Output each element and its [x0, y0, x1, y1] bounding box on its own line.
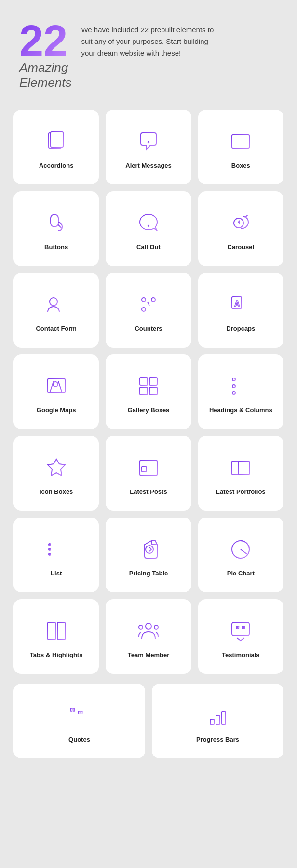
card-tabs-highlights[interactable]: Tabs & Highlights: [14, 599, 99, 674]
svg-rect-33: [140, 378, 148, 385]
card-accordions[interactable]: Accordions: [14, 110, 99, 184]
card-buttons[interactable]: Buttons: [14, 191, 99, 266]
card-progress-bars[interactable]: Progress Bars: [152, 684, 284, 758]
card-boxes[interactable]: Boxes: [198, 110, 284, 184]
gallery-boxes-label: Gallery Boxes: [128, 406, 170, 414]
card-counters[interactable]: Counters: [106, 273, 191, 348]
svg-rect-74: [216, 715, 220, 724]
google-maps-label: Google Maps: [37, 406, 76, 414]
svg-rect-8: [51, 214, 58, 227]
header-subtitle: Amazing Elements: [19, 60, 71, 90]
alert-messages-icon: [135, 128, 162, 155]
card-pricing-table[interactable]: Pricing Table: [106, 518, 191, 592]
svg-rect-34: [149, 378, 157, 385]
headings-columns-label: Headings & Columns: [209, 406, 272, 414]
card-list[interactable]: List: [14, 518, 99, 592]
counters-label: Counters: [135, 325, 162, 332]
latest-portfolios-icon: [227, 454, 254, 481]
carousel-icon: [227, 210, 254, 237]
boxes-label: Boxes: [231, 162, 250, 169]
svg-point-39: [232, 392, 235, 394]
svg-point-56: [49, 553, 51, 555]
list-icon: [43, 536, 70, 563]
boxes-icon: [227, 128, 254, 155]
svg-point-16: [142, 298, 146, 302]
card-google-maps[interactable]: Google Maps: [14, 354, 99, 429]
svg-point-37: [232, 378, 235, 381]
icon-boxes-icon: [43, 454, 70, 481]
dropcaps-icon: A: [227, 291, 254, 318]
svg-rect-45: [142, 467, 147, 472]
svg-text:A: A: [234, 300, 240, 308]
card-gallery-boxes[interactable]: Gallery Boxes: [106, 354, 191, 429]
svg-point-67: [154, 625, 158, 629]
testimonials-icon: " ": [227, 617, 254, 644]
testimonials-label: Testimonials: [222, 651, 260, 658]
accordions-icon: [43, 128, 70, 155]
card-pie-chart[interactable]: Pie Chart: [198, 518, 284, 592]
card-contact-form[interactable]: Contact Form: [14, 273, 99, 348]
card-team-member[interactable]: Team Member: [106, 599, 191, 674]
card-carousel[interactable]: Carousel: [198, 191, 284, 266]
card-alert-messages[interactable]: Alert Messages: [106, 110, 191, 184]
card-latest-portfolios[interactable]: Latest Portfolios: [198, 436, 284, 511]
svg-rect-68: [232, 622, 249, 636]
accordions-label: Accordions: [39, 162, 74, 169]
dropcaps-label: Dropcaps: [226, 325, 255, 332]
google-maps-icon: [43, 373, 70, 400]
headings-columns-icon: [227, 373, 254, 400]
svg-point-12: [50, 298, 57, 306]
carousel-label: Carousel: [228, 243, 255, 251]
svg-point-10: [148, 225, 149, 226]
svg-rect-64: [57, 622, 65, 640]
svg-text:": ": [78, 709, 83, 722]
gallery-boxes-icon: [135, 373, 162, 400]
pie-chart-label: Pie Chart: [227, 570, 255, 577]
progress-bars-icon: [204, 702, 231, 729]
card-headings-columns[interactable]: Headings & Columns: [198, 354, 284, 429]
svg-rect-7: [232, 135, 249, 148]
progress-bars-label: Progress Bars: [196, 736, 239, 743]
svg-point-6: [148, 142, 149, 143]
quotes-icon: " ": [66, 702, 93, 729]
alert-messages-label: Alert Messages: [125, 162, 171, 169]
svg-point-32: [53, 382, 58, 387]
team-member-label: Team Member: [128, 651, 169, 658]
pie-chart-icon: [227, 536, 254, 563]
header-left: 22 Amazing Elements: [19, 19, 71, 90]
svg-point-38: [232, 385, 235, 388]
svg-rect-75: [222, 712, 226, 724]
tabs-highlights-icon: [43, 617, 70, 644]
svg-rect-36: [149, 387, 157, 395]
svg-point-66: [139, 625, 143, 629]
latest-portfolios-label: Latest Portfolios: [216, 488, 266, 495]
header-description: We have included 22 prebuilt elements to…: [81, 19, 216, 59]
card-quotes[interactable]: " " Quotes: [14, 684, 145, 758]
svg-point-65: [146, 623, 151, 629]
header-number: 22: [19, 19, 68, 63]
header: 22 Amazing Elements We have included 22 …: [0, 0, 297, 105]
svg-line-20: [148, 302, 149, 306]
svg-text:": ": [236, 625, 240, 633]
pricing-table-icon: [135, 536, 162, 563]
svg-point-55: [49, 548, 51, 550]
buttons-label: Buttons: [44, 243, 68, 251]
call-out-icon: [135, 210, 162, 237]
svg-rect-73: [210, 719, 214, 724]
list-label: List: [51, 570, 62, 577]
card-latest-posts[interactable]: Latest Posts: [106, 436, 191, 511]
svg-point-17: [151, 298, 155, 302]
card-dropcaps[interactable]: A Dropcaps: [198, 273, 284, 348]
latest-posts-icon: [135, 454, 162, 481]
icon-boxes-label: Icon Boxes: [40, 488, 73, 495]
counters-icon: [135, 291, 162, 318]
card-testimonials[interactable]: " " Testimonials: [198, 599, 284, 674]
quotes-label: Quotes: [68, 736, 90, 743]
svg-text:": ": [70, 706, 75, 719]
card-icon-boxes[interactable]: Icon Boxes: [14, 436, 99, 511]
call-out-label: Call Out: [136, 243, 161, 251]
svg-point-54: [49, 544, 51, 546]
contact-form-icon: [43, 291, 70, 318]
svg-rect-35: [140, 387, 148, 395]
card-call-out[interactable]: Call Out: [106, 191, 191, 266]
